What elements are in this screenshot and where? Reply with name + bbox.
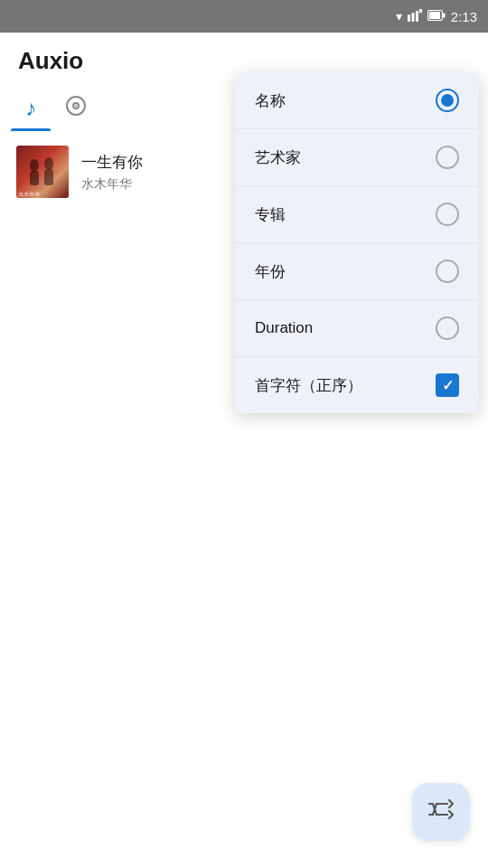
radio-artist[interactable] — [436, 146, 459, 169]
sort-option-name-label: 名称 — [255, 90, 286, 111]
song-title: 一生有你 — [81, 152, 143, 173]
music-note-icon: ♪ — [25, 96, 36, 121]
fab-shuffle-button[interactable] — [412, 783, 470, 841]
checkmark-icon: ✓ — [442, 377, 454, 394]
tab-music[interactable]: ♪ — [11, 86, 51, 131]
svg-rect-12 — [16, 146, 69, 198]
radio-year[interactable] — [436, 259, 459, 283]
battery-icon — [427, 9, 446, 24]
album-icon — [65, 95, 87, 122]
sort-option-duration[interactable]: Duration — [235, 300, 479, 357]
sort-popup: 名称 艺术家 专辑 年份 Duration 首字符（正序） ✓ — [235, 72, 479, 413]
svg-text:水木年华: 水木年华 — [17, 191, 41, 197]
sort-option-album-label: 专辑 — [255, 204, 286, 225]
sort-option-year[interactable]: 年份 — [235, 243, 479, 300]
svg-point-13 — [30, 159, 39, 172]
song-thumbnail: 水木年华 — [16, 146, 69, 198]
song-info: 一生有你 水木年华 — [81, 152, 143, 193]
svg-rect-6 — [429, 12, 440, 19]
status-time: 2:13 — [451, 9, 477, 24]
svg-rect-14 — [30, 171, 39, 185]
app-title: Auxio — [18, 47, 470, 75]
app-container: Auxio ♪ — [0, 33, 488, 868]
sort-option-artist-label: 艺术家 — [255, 147, 301, 168]
sort-option-album[interactable]: 专辑 — [235, 186, 479, 243]
svg-rect-2 — [416, 11, 418, 22]
song-artist: 水木年华 — [81, 176, 143, 193]
status-icons: ▾ 2:13 — [396, 9, 477, 24]
svg-rect-0 — [408, 14, 410, 22]
sort-option-firstchar[interactable]: 首字符（正序） ✓ — [235, 357, 479, 413]
checkbox-firstchar[interactable]: ✓ — [436, 373, 459, 397]
svg-rect-16 — [44, 169, 53, 185]
radio-album[interactable] — [436, 203, 459, 226]
status-bar: ▾ 2:13 — [0, 0, 488, 33]
sort-option-year-label: 年份 — [255, 261, 286, 282]
sort-option-duration-label: Duration — [255, 319, 313, 337]
radio-name[interactable] — [436, 89, 459, 112]
svg-point-15 — [44, 157, 53, 170]
radio-duration[interactable] — [436, 316, 459, 340]
wifi-icon: ▾ — [396, 9, 402, 24]
sort-option-artist[interactable]: 艺术家 — [235, 129, 479, 186]
svg-rect-1 — [411, 13, 414, 22]
svg-point-10 — [75, 105, 77, 107]
sort-option-firstchar-label: 首字符（正序） — [255, 375, 362, 396]
signal-icon — [408, 9, 422, 24]
tab-album[interactable] — [51, 86, 101, 131]
svg-rect-7 — [443, 14, 446, 18]
sort-option-name[interactable]: 名称 — [235, 72, 479, 129]
shuffle-icon — [427, 798, 455, 826]
